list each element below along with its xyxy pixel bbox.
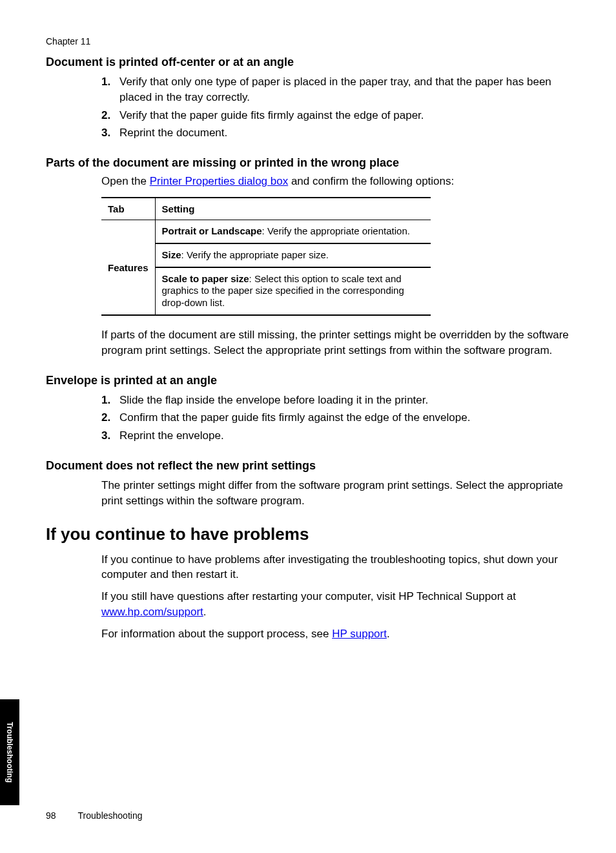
heading-parts-missing: Parts of the document are missing or pri…: [46, 156, 577, 170]
link-printer-properties[interactable]: Printer Properties dialog box: [150, 175, 289, 187]
heading-new-settings: Document does not reflect the new print …: [46, 459, 577, 473]
heading-continue-problems: If you continue to have problems: [46, 524, 577, 544]
list-text: Verify that the paper guide fits firmly …: [119, 108, 424, 123]
table-tab-cell: Features: [101, 220, 155, 315]
table-setting-cell: Scale to paper size: Select this option …: [155, 267, 431, 315]
intro-text: Open the Printer Properties dialog box a…: [101, 175, 577, 188]
table-header-tab: Tab: [101, 198, 155, 220]
list-item: 2.Confirm that the paper guide fits firm…: [101, 410, 577, 426]
list-number: 3.: [101, 428, 119, 444]
list-number: 3.: [101, 125, 119, 141]
list-envelope: 1.Slide the flap inside the envelope bef…: [101, 393, 577, 444]
settings-table: Tab Setting Features Portrait or Landsca…: [101, 197, 431, 316]
heading-off-center: Document is printed off-center or at an …: [46, 56, 577, 69]
list-number: 1.: [101, 74, 119, 105]
continue-p2: If you still have questions after restar…: [101, 589, 577, 620]
page-content: Document is printed off-center or at an …: [46, 56, 577, 648]
footer-title: Troubleshooting: [78, 810, 143, 821]
list-item: 3.Reprint the envelope.: [101, 428, 577, 444]
continue-p1: If you continue to have problems after i…: [101, 552, 577, 583]
link-hp-support[interactable]: HP support: [332, 628, 387, 640]
setting-bold: Portrait or Landscape: [162, 225, 262, 236]
list-item: 1.Slide the flap inside the envelope bef…: [101, 393, 577, 408]
setting-rest: : Verify the appropriate paper size.: [181, 249, 329, 260]
list-number: 1.: [101, 393, 119, 408]
list-text: Confirm that the paper guide fits firmly…: [119, 410, 470, 426]
side-tab-label: Troubleshooting: [5, 722, 14, 783]
p3-post: .: [387, 628, 390, 640]
p2-post: .: [203, 606, 207, 618]
page-number: 98: [46, 810, 56, 821]
table-setting-cell: Size: Verify the appropriate paper size.: [155, 243, 431, 267]
continue-problems-body: If you continue to have problems after i…: [46, 552, 577, 642]
after-table-para: If parts of the document are still missi…: [101, 327, 577, 358]
link-hp-support-url[interactable]: www.hp.com/support: [101, 606, 203, 618]
chapter-label: Chapter 11: [46, 36, 90, 46]
settings-table-wrapper: Tab Setting Features Portrait or Landsca…: [101, 197, 577, 316]
list-item: 1.Verify that only one type of paper is …: [101, 74, 577, 105]
list-number: 2.: [101, 410, 119, 426]
intro-pre: Open the: [101, 175, 150, 187]
setting-rest: : Verify the appropriate orientation.: [262, 225, 410, 236]
p2-pre: If you still have questions after restar…: [101, 590, 516, 602]
heading-envelope: Envelope is printed at an angle: [46, 374, 577, 387]
list-item: 3.Reprint the document.: [101, 125, 577, 141]
list-off-center: 1.Verify that only one type of paper is …: [101, 74, 577, 141]
continue-p3: For information about the support proces…: [101, 626, 577, 642]
setting-bold: Scale to paper size: [162, 273, 249, 284]
list-text: Verify that only one type of paper is pl…: [119, 74, 577, 105]
setting-bold: Size: [162, 249, 181, 260]
table-setting-cell: Portrait or Landscape: Verify the approp…: [155, 220, 431, 243]
intro-post: and confirm the following options:: [288, 175, 454, 187]
p3-pre: For information about the support proces…: [101, 628, 332, 640]
page-footer: 98Troubleshooting: [46, 810, 142, 821]
list-text: Reprint the document.: [119, 125, 227, 141]
list-text: Reprint the envelope.: [119, 428, 224, 444]
new-settings-body: The printer settings might differ from t…: [101, 478, 577, 509]
side-tab: Troubleshooting: [0, 699, 19, 805]
list-text: Slide the flap inside the envelope befor…: [119, 393, 428, 408]
list-item: 2.Verify that the paper guide fits firml…: [101, 108, 577, 123]
list-number: 2.: [101, 108, 119, 123]
table-header-setting: Setting: [155, 198, 431, 220]
